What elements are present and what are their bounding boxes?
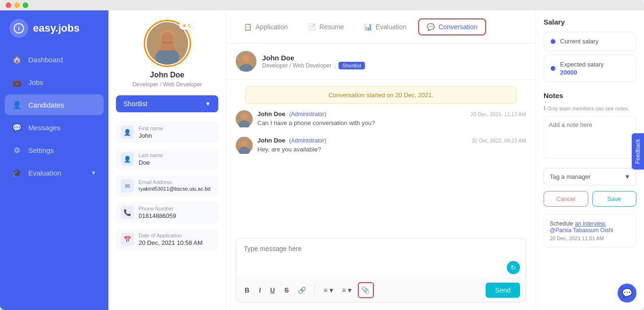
msg-header: John Doe (Administrator) 31 Oct, 2022, 0… [257,137,526,144]
toolbar-separator [314,286,315,294]
sidebar-nav: 🏠 Dashboard 💼 Jobs 👤 Candidates 💬 Messag… [0,49,108,183]
evaluation-icon: 🎓 [12,168,22,177]
ordered-list-button[interactable]: ≡ ▾ [339,285,354,296]
sidebar-item-settings[interactable]: ⚙ Settings [5,140,104,160]
underline-button[interactable]: U [267,285,278,296]
message-item: John Doe (Administrator) 20 Dec, 2021, 1… [236,110,526,127]
sidebar: i easy.jobs 🏠 Dashboard 💼 Jobs 👤 Candida… [0,10,108,310]
person-icon: 👤 [121,126,134,139]
salary-dot [551,66,555,71]
italic-button[interactable]: I [256,285,264,296]
unordered-list-button[interactable]: ≡ ▾ [321,285,335,296]
msg-name: John Doe [257,137,285,144]
tab-resume[interactable]: 📄 Resume [300,19,352,35]
sidebar-item-label: Messages [28,124,60,132]
sidebar-item-label: Candidates [28,101,64,109]
field-lastname: 👤 Last name Doe [116,149,218,170]
tab-evaluation[interactable]: 📊 Evaluation [356,19,414,35]
msg-text: Hey, are you available? [257,146,526,153]
msg-avatar [236,110,253,127]
send-button[interactable]: Send [486,283,520,298]
chat-panel: John Doe Developer / Web Developer | Sho… [226,43,536,310]
person-icon: 👤 [121,152,134,166]
refresh-icon[interactable]: ↻ [507,261,520,274]
notes-title: Notes [544,92,636,100]
strikethrough-button[interactable]: S [281,285,291,296]
doa-value: 20 Dec, 2021 10:58 AM [139,239,203,246]
phone-label: Phone Number [139,206,176,211]
notes-section: Notes ℹ Only team members can see notes. [544,92,636,160]
tab-label: Application [256,23,288,31]
bold-button[interactable]: B [242,285,252,296]
separator: | [334,62,336,69]
tag-manager-dropdown[interactable]: Tag a manager ▼ [544,168,636,185]
attach-button[interactable]: 📎 [358,282,374,298]
tab-application[interactable]: 📋 Application [236,19,296,35]
msg-role: (Administrator) [289,137,326,144]
notes-textarea[interactable] [544,116,636,159]
message-input[interactable] [236,238,526,276]
chat-user-name: John Doe [262,54,365,62]
messages-icon: 💬 [12,123,22,132]
save-button[interactable]: Save [592,191,637,207]
profile-panel: ★ 5 John Doe Developer / Web Developer S… [108,10,226,310]
field-list: 👤 First name John 👤 Last name Doe ✉ [116,122,218,250]
salary-title: Salary [544,18,636,26]
info-icon: ℹ [544,105,545,111]
firstname-label: First name [139,126,163,131]
svg-point-8 [242,55,250,62]
sidebar-item-evaluation[interactable]: 🎓 Evaluation ▼ [5,162,104,183]
cancel-button[interactable]: Cancel [544,191,588,207]
schedule-link[interactable]: an interview. [575,220,606,227]
window-close-dot[interactable] [6,2,11,8]
link-button[interactable]: 🔗 [295,285,309,296]
email-label: Email Address [139,179,210,185]
shortlist-label: Shortlist [124,100,148,108]
candidates-icon: 👤 [12,100,22,109]
sidebar-item-dashboard[interactable]: 🏠 Dashboard [5,49,104,70]
evaluation-tab-icon: 📊 [364,23,372,31]
window-maximize-dot[interactable] [23,2,28,8]
current-salary-label: Current salary [560,38,599,45]
jobs-icon: 💼 [12,77,22,87]
phone-icon: 📞 [121,206,134,219]
conversation-banner: Conversation started on 20 Dec, 2021. [245,86,517,104]
message-input-area: ↻ B I U S 🔗 ≡ ▾ ≡ ▾ 📎 Send [236,238,526,302]
chat-user-info: John Doe Developer / Web Developer | Sho… [262,54,365,69]
conversation-icon: 💬 [427,23,435,31]
right-section: 📋 Application 📄 Resume 📊 Evaluation 💬 Co… [226,10,536,310]
chat-user-meta: Developer / Web Developer | Shortlist [262,62,365,69]
chat-avatar [236,51,256,72]
main-content: ★ 5 John Doe Developer / Web Developer S… [108,10,644,310]
notes-actions: Cancel Save [544,191,636,207]
resume-icon: 📄 [308,23,316,31]
msg-content: John Doe (Administrator) 20 Dec, 2021, 1… [257,110,526,126]
feedback-tab[interactable]: Feedback [632,133,644,169]
sidebar-right: Salary Current salary Expected salary 20… [536,10,644,310]
msg-name: John Doe [257,110,285,117]
tabs-bar: 📋 Application 📄 Resume 📊 Evaluation 💬 Co… [226,10,536,43]
tab-conversation[interactable]: 💬 Conversation [418,18,486,35]
status-badge: Shortlist [339,62,365,69]
dashboard-icon: 🏠 [12,55,22,64]
svg-text:i: i [18,25,19,32]
salary-section: Salary Current salary Expected salary 20… [544,18,636,82]
sidebar-item-candidates[interactable]: 👤 Candidates [5,94,104,115]
chevron-down-icon: ▼ [624,173,630,180]
sidebar-item-label: Jobs [28,78,43,86]
avatar-container: ★ 5 [144,20,191,67]
logo-area: i easy.jobs [0,10,108,49]
star-badge: ★ 5 [179,22,193,30]
chat-bubble-button[interactable]: 💬 [618,284,636,302]
sidebar-item-jobs[interactable]: 💼 Jobs [5,72,104,92]
schedule-user[interactable]: @Parsia Tabassum Oishi [550,227,630,234]
svg-rect-6 [160,43,174,50]
sidebar-item-messages[interactable]: 💬 Messages [5,117,104,138]
window-minimize-dot[interactable] [14,2,20,8]
sidebar-item-label: Evaluation [28,169,61,177]
logo-text: easy.jobs [33,22,80,34]
profile-name: John Doe [150,71,184,79]
shortlist-button[interactable]: Shortlist ▼ [116,95,218,112]
application-icon: 📋 [244,23,252,31]
profile-role: Developer / Web Developer [132,81,202,88]
